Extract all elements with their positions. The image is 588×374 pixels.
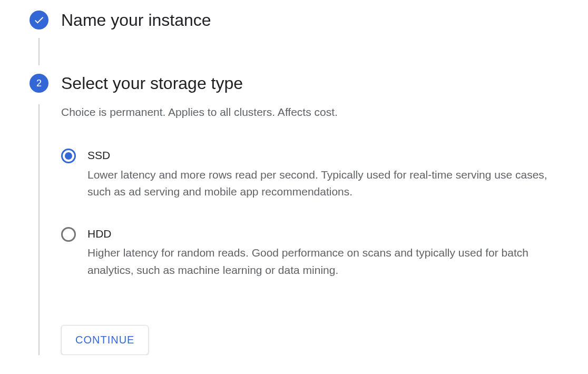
- radio-button-icon: [61, 227, 76, 242]
- step-content-line: [38, 104, 40, 355]
- radio-description-ssd: Lower latency and more rows read per sec…: [87, 166, 567, 201]
- check-icon: [30, 11, 48, 29]
- radio-description-hdd: Higher latency for random reads. Good pe…: [87, 244, 567, 279]
- step-1-title: Name your instance: [61, 11, 588, 29]
- radio-label-hdd: HDD: [87, 226, 567, 241]
- radio-option-ssd[interactable]: SSD Lower latency and more rows read per…: [61, 147, 588, 200]
- storage-type-radio-group: SSD Lower latency and more rows read per…: [61, 147, 588, 279]
- radio-option-hdd[interactable]: HDD Higher latency for random reads. Goo…: [61, 226, 588, 279]
- continue-button[interactable]: Continue: [61, 325, 149, 355]
- radio-label-ssd: SSD: [87, 147, 567, 163]
- step-2-title: Select your storage type: [61, 74, 588, 93]
- radio-body: SSD Lower latency and more rows read per…: [87, 147, 588, 200]
- step-connector: [38, 38, 40, 65]
- step-number-icon: 2: [30, 74, 48, 93]
- radio-button-icon: [61, 149, 76, 163]
- radio-body: HDD Higher latency for random reads. Goo…: [87, 226, 588, 279]
- step-2-description: Choice is permanent. Applies to all clus…: [61, 104, 588, 120]
- stepper-container: Name your instance 2 Select your storage…: [0, 11, 588, 355]
- step-1-header[interactable]: Name your instance: [30, 11, 588, 29]
- step-2-content: Choice is permanent. Applies to all clus…: [30, 104, 588, 355]
- step-2-header: 2 Select your storage type: [30, 74, 588, 93]
